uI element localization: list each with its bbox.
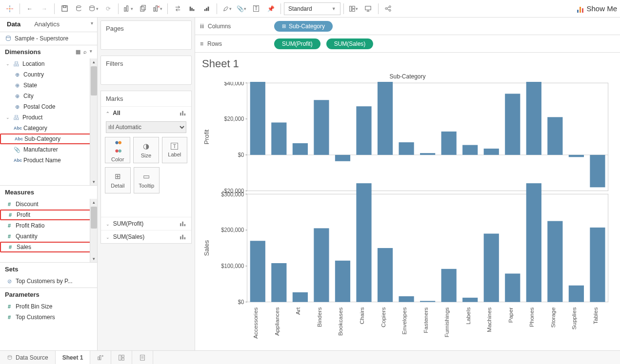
bar[interactable]	[590, 155, 605, 187]
color-button[interactable]: ●●●●Color	[105, 137, 130, 163]
show-cards-icon[interactable]: ▾	[347, 2, 360, 16]
tab-data-source[interactable]: Data Source	[0, 351, 56, 364]
tooltip-button[interactable]: ▭Tooltip	[134, 167, 160, 193]
bar[interactable]	[547, 117, 562, 155]
new-worksheet-tab[interactable]	[90, 351, 111, 364]
bar[interactable]	[484, 149, 499, 155]
bar[interactable]	[399, 142, 414, 155]
pages-shelf[interactable]: Pages	[100, 20, 192, 50]
sort-asc-icon[interactable]	[185, 2, 199, 16]
view-mode-icon[interactable]: ▦	[76, 49, 80, 55]
highlight-icon[interactable]: ▾	[220, 2, 234, 16]
bar[interactable]	[462, 145, 478, 155]
bar[interactable]	[484, 233, 499, 302]
label-button[interactable]: TLabel	[162, 137, 187, 163]
field-postal-code[interactable]: ⊕ Postal Code	[0, 101, 97, 112]
pin-icon[interactable]: 📌	[264, 2, 278, 16]
bar[interactable]	[271, 122, 286, 154]
marks-sum-sales-row[interactable]: ⌄ SUM(Sales)	[101, 230, 191, 243]
share-icon[interactable]	[381, 2, 395, 16]
new-story-tab[interactable]	[132, 351, 153, 364]
sheet-title[interactable]: Sheet 1	[195, 53, 620, 72]
refresh-icon[interactable]: ⟳	[101, 2, 115, 16]
pill-sum-sales[interactable]: SUM(Sales)	[326, 38, 374, 49]
field-country[interactable]: ⊕ Country	[0, 69, 97, 80]
group-icon[interactable]: 📎▾	[235, 2, 248, 16]
back-icon[interactable]: ←	[23, 2, 37, 16]
save-icon[interactable]	[58, 2, 71, 16]
chart-canvas[interactable]: Profit-$20,000$0$20,000$40,000Sales$0$10…	[202, 82, 613, 346]
field-product[interactable]: ⌄ 品 Product	[0, 112, 97, 123]
bar[interactable]	[569, 286, 584, 302]
bar[interactable]	[420, 153, 435, 155]
columns-shelf[interactable]: iiiColumns ⊞Sub-Category	[195, 18, 620, 35]
tab-analytics[interactable]: Analytics	[27, 18, 97, 32]
bar[interactable]	[590, 228, 605, 302]
pill-sub-category[interactable]: ⊞Sub-Category	[274, 21, 333, 32]
presentation-icon[interactable]	[361, 2, 375, 16]
fit-dropdown[interactable]: Standard ▼	[284, 2, 340, 15]
sort-desc-icon[interactable]	[200, 2, 214, 16]
forward-icon[interactable]: →	[38, 2, 51, 16]
bar[interactable]	[271, 263, 286, 302]
pill-sum-profit[interactable]: SUM(Profit)	[274, 38, 320, 49]
bar[interactable]	[335, 261, 350, 302]
bar[interactable]	[378, 248, 393, 302]
field-manufacturer[interactable]: 📎 Manufacturer	[0, 144, 97, 155]
field-profit[interactable]: # Profit	[0, 210, 97, 220]
bar[interactable]	[293, 143, 308, 155]
field-sales[interactable]: # Sales	[0, 242, 97, 252]
field-city[interactable]: ⊕ City	[0, 91, 97, 101]
bar[interactable]	[505, 94, 520, 155]
field-category[interactable]: Abc Category	[0, 123, 97, 134]
field-location[interactable]: ⌄ 品 Location	[0, 58, 97, 69]
field-profit-ratio[interactable]: # Profit Ratio	[0, 220, 97, 231]
bar[interactable]	[569, 155, 584, 157]
autosave-icon[interactable]: ▾	[87, 2, 100, 16]
new-dashboard-tab[interactable]	[111, 351, 132, 364]
datasource-item[interactable]: Sample - Superstore	[0, 32, 97, 45]
bar[interactable]	[356, 106, 371, 155]
field-state[interactable]: ⊕ State	[0, 80, 97, 91]
bar[interactable]	[505, 273, 520, 302]
labels-icon[interactable]: T	[249, 2, 263, 16]
bar[interactable]	[462, 298, 478, 302]
bar[interactable]	[441, 269, 457, 302]
new-datasource-icon[interactable]	[72, 2, 86, 16]
field-quantity[interactable]: # Quantity	[0, 231, 97, 242]
field-discount[interactable]: # Discount	[0, 199, 97, 210]
menu-icon[interactable]: ▾	[90, 49, 92, 55]
filters-shelf[interactable]: Filters	[100, 56, 192, 85]
bar[interactable]	[547, 221, 562, 302]
bar[interactable]	[314, 228, 329, 302]
search-icon[interactable]: ⌕	[83, 49, 87, 55]
parameter-item[interactable]: # Top Customers	[0, 312, 97, 323]
field-product-name[interactable]: Abc Product Name	[0, 155, 97, 166]
swap-icon[interactable]	[171, 2, 184, 16]
new-worksheet-icon[interactable]: ▾	[121, 2, 135, 16]
bar[interactable]	[526, 82, 541, 155]
marks-sum-profit-row[interactable]: ⌄ SUM(Profit)	[101, 217, 191, 230]
parameter-item[interactable]: # Profit Bin Size	[0, 301, 97, 312]
mark-type-select[interactable]: ılıl Automatic	[106, 121, 186, 133]
clear-sheet-icon[interactable]: ▾	[151, 2, 164, 16]
bar[interactable]	[335, 155, 350, 161]
size-button[interactable]: ◑Size	[133, 137, 159, 163]
bar[interactable]	[420, 301, 435, 302]
tab-data[interactable]: Data	[0, 18, 27, 32]
detail-button[interactable]: ⊞Detail	[105, 167, 131, 193]
marks-all-row[interactable]: ⌃ All	[101, 107, 191, 119]
bar[interactable]	[378, 82, 393, 155]
bar[interactable]	[293, 292, 308, 302]
bar[interactable]	[526, 183, 541, 302]
bar[interactable]	[314, 100, 329, 155]
bar[interactable]	[250, 82, 265, 155]
bar[interactable]	[250, 241, 265, 302]
tab-sheet-1[interactable]: Sheet 1	[56, 351, 91, 364]
show-me-button[interactable]: Show Me	[577, 4, 617, 13]
set-item[interactable]: ⊘ Top Customers by P...	[0, 276, 97, 287]
field-sub-category[interactable]: Abc Sub-Category	[0, 134, 97, 144]
duplicate-sheet-icon[interactable]	[136, 2, 150, 16]
rows-shelf[interactable]: ≡Rows SUM(Profit) SUM(Sales)	[195, 35, 620, 53]
bar[interactable]	[399, 296, 414, 302]
